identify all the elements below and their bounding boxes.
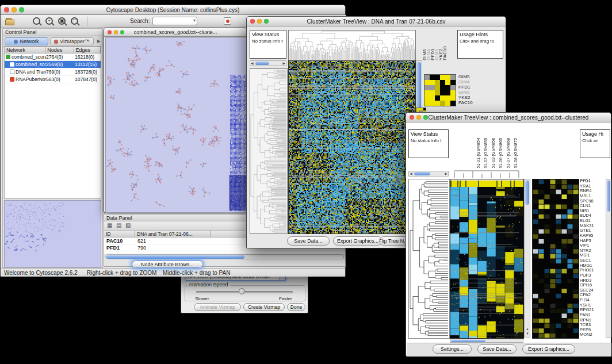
gene-label[interactable]: MSI1 (580, 253, 605, 258)
gene-label[interactable]: PFD1 (458, 85, 481, 90)
network-overview[interactable] (4, 200, 101, 267)
gene-label[interactable]: FIG4 (580, 298, 605, 303)
dna-column-dendrogram[interactable] (288, 30, 416, 61)
treeview-button[interactable]: Flip Tree N... (379, 236, 408, 246)
network-view-titlebar[interactable]: combined_scores_good.txt--cluste... (104, 28, 247, 37)
gene-label[interactable]: PAC10 (458, 100, 481, 105)
close-button[interactable] (108, 30, 112, 35)
gene-label[interactable]: GIM4 (458, 79, 481, 85)
gene-label[interactable]: HMG1 (580, 263, 605, 269)
gene-label[interactable]: HAP3 (580, 239, 605, 244)
gene-label[interactable]: PAN1 (580, 313, 605, 318)
network-row[interactable]: RNAPuberNov2563(0)107847(0) (5, 76, 101, 83)
minimize-button[interactable] (416, 115, 421, 120)
scroll-right-icon[interactable]: ▶ (445, 171, 447, 177)
combined-column-dendrogram[interactable] (450, 168, 523, 178)
close-button[interactable] (250, 19, 255, 24)
column-header[interactable]: Nodes (45, 47, 74, 53)
zoom-button[interactable] (423, 115, 428, 120)
gene-label[interactable]: YSH1 (580, 303, 605, 308)
scroll-left-icon[interactable]: ◀ (410, 171, 412, 177)
column-header[interactable]: ID (104, 231, 135, 237)
gene-label[interactable]: SEC24 (580, 288, 605, 293)
column-header[interactable]: DNA and Tran 07-21-06... (135, 231, 211, 237)
gene-label[interactable]: GIM5 (458, 74, 481, 79)
gene-label[interactable]: NTR2 (580, 248, 605, 254)
network-row[interactable]: combined_sco2569(6)13112(15) (5, 61, 101, 68)
hscroll-thumb[interactable] (414, 172, 430, 175)
gene-label[interactable]: GIM3 (458, 90, 481, 95)
zoom-out-icon[interactable]: − (33, 17, 40, 25)
slider-thumb[interactable] (239, 288, 245, 294)
vscroll-thumb[interactable] (607, 181, 610, 212)
combined-vscrollbar[interactable]: ▲ ▼ (524, 179, 530, 338)
dna-mini-hscrollbar[interactable]: ◀ ▶ (250, 60, 286, 66)
gene-label[interactable]: GPI16 (580, 283, 605, 288)
combined-mini-hscrollbar[interactable]: ◀ ▶ (408, 171, 449, 177)
combined-row-dendrogram[interactable] (408, 179, 450, 339)
gene-label[interactable]: PHO81 (580, 268, 605, 273)
gene-label[interactable]: CPA2 (580, 293, 605, 298)
treeview-combined-titlebar[interactable]: ClusterMaker TreeView : combined_scores_… (406, 113, 611, 122)
gene-label[interactable]: PFD1 (580, 179, 605, 184)
gene-label[interactable]: RPN1 (580, 318, 605, 323)
vscroll-thumb[interactable] (525, 181, 529, 205)
zoom-in-icon[interactable]: + (45, 17, 53, 25)
close-button[interactable] (410, 115, 414, 120)
main-titlebar[interactable]: Cytoscape Desktop (Session Name: collins… (1, 5, 345, 15)
animate-vizmap-button[interactable]: Animate Vizmap (194, 303, 241, 311)
network-row[interactable]: DNA and Tran 0769(0)183728(0) (5, 68, 101, 76)
gene-label[interactable]: KAP95 (580, 233, 605, 239)
select-attributes-icon[interactable]: ▦ (107, 222, 112, 229)
gene-label[interactable]: ELG1 (580, 219, 605, 224)
gene-label[interactable]: GTB1 (580, 228, 605, 233)
gene-label[interactable]: SEC1 (580, 258, 605, 263)
tab-overflow-icon[interactable]: ▶ (97, 39, 101, 44)
treeview-button[interactable]: Settings... (433, 344, 472, 354)
scroll-down-icon[interactable]: ▼ (526, 331, 529, 336)
new-attribute-icon[interactable]: ▤ (116, 222, 121, 229)
dna-mini-heatmap[interactable] (424, 74, 456, 106)
gene-label[interactable]: RNR4 (580, 189, 605, 194)
network-row[interactable]: combined_scores2764(0)16218(0) (5, 53, 101, 61)
combined-heat-hscrollbar[interactable] (450, 339, 523, 343)
annotation-icon[interactable] (224, 17, 231, 25)
gene-label[interactable]: PEP5 (580, 328, 605, 333)
vscroll-thumb[interactable] (417, 62, 421, 113)
node-attribute-browser-button[interactable]: Node Attribute Brows... (132, 260, 203, 268)
minimize-button[interactable] (257, 19, 262, 24)
combined-right-vscrollbar[interactable] (606, 179, 611, 338)
zoom-button[interactable] (264, 19, 269, 24)
gene-label[interactable]: HRD3 (580, 278, 605, 283)
column-header[interactable]: Network (5, 47, 45, 53)
zoom-selected-icon[interactable]: ▣ (58, 17, 66, 25)
column-header[interactable]: Edges (74, 47, 101, 53)
network-table-header[interactable]: NetworkNodesEdges (5, 47, 101, 53)
hscroll-thumb[interactable] (106, 255, 244, 259)
create-vizmap-button[interactable]: Create Vizmap (243, 303, 285, 311)
combined-heatmap[interactable] (450, 179, 524, 339)
network-overview-canvas[interactable] (5, 201, 101, 267)
gene-label[interactable]: BUD4 (580, 213, 605, 219)
open-folder-icon[interactable] (5, 20, 14, 25)
dna-row-dendrogram[interactable] (250, 68, 288, 234)
gene-label[interactable]: VIP1 (580, 243, 605, 248)
scroll-right-icon[interactable]: ▶ (282, 61, 285, 66)
zoom-button[interactable] (120, 30, 124, 35)
close-button[interactable] (4, 7, 9, 13)
gene-label[interactable]: MSL1 (580, 194, 605, 199)
hscroll-thumb[interactable] (451, 340, 485, 342)
gene-label[interactable]: MON2 (580, 332, 605, 338)
gene-label[interactable]: RPO21 (580, 308, 605, 313)
search-input[interactable]: ▾ (152, 17, 197, 25)
minimize-button[interactable] (114, 30, 118, 35)
treeview-button[interactable]: Export Graphics... (333, 236, 382, 246)
treeview-button[interactable]: Save Data... (477, 344, 517, 354)
dna-heatmap[interactable] (288, 60, 416, 234)
dropdown-arrow-icon[interactable]: ▾ (193, 18, 196, 23)
treeview-button[interactable]: Save Data... (287, 236, 330, 246)
gene-label[interactable]: CLN1 (580, 204, 605, 209)
scroll-left-icon[interactable]: ◀ (251, 61, 254, 66)
treeview-button[interactable]: Export Graphics... (522, 344, 575, 354)
gene-label[interactable]: MAK31 (580, 224, 605, 229)
